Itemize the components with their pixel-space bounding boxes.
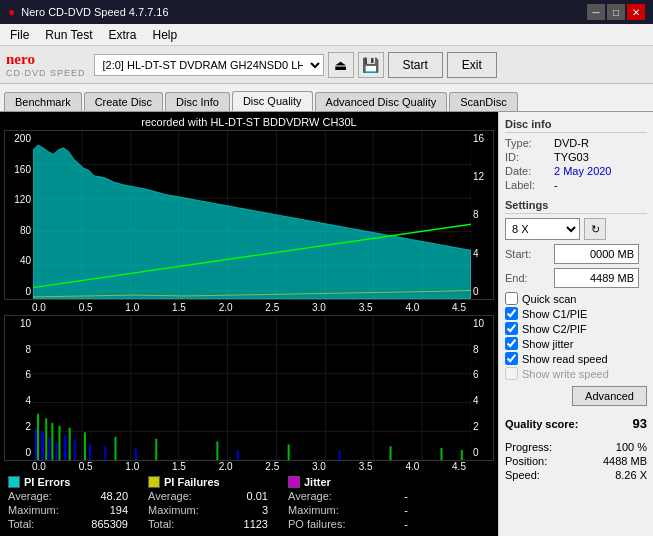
- show-read-checkbox[interactable]: [505, 352, 518, 365]
- jitter-max-label: Maximum:: [288, 504, 339, 516]
- eject-button[interactable]: ⏏: [328, 52, 354, 78]
- svg-rect-50: [288, 444, 290, 460]
- svg-rect-53: [461, 450, 463, 460]
- end-row: End:: [505, 268, 647, 288]
- jitter-avg-label: Average:: [288, 490, 332, 502]
- svg-rect-32: [48, 437, 50, 460]
- lower-chart: 1086420 1086420: [4, 315, 494, 461]
- jitter-color: [288, 476, 300, 488]
- disc-type-row: Type: DVD-R: [505, 137, 647, 149]
- menu-file[interactable]: File: [4, 26, 35, 44]
- progress-label: Progress:: [505, 441, 552, 453]
- tab-scandisc[interactable]: ScanDisc: [449, 92, 517, 111]
- position-row: Position: 4488 MB: [505, 455, 647, 467]
- show-jitter-checkbox[interactable]: [505, 337, 518, 350]
- tab-create-disc[interactable]: Create Disc: [84, 92, 163, 111]
- show-read-row: Show read speed: [505, 352, 647, 365]
- speed-row: 8 X ↻: [505, 218, 647, 240]
- jitter-po-value: -: [348, 518, 408, 530]
- show-jitter-label: Show jitter: [522, 338, 573, 350]
- app-title: Nero CD-DVD Speed 4.7.7.16: [21, 6, 168, 18]
- drive-selector[interactable]: [2:0] HL-DT-ST DVDRAM GH24NSD0 LH00: [94, 54, 324, 76]
- speed-selector[interactable]: 8 X: [505, 218, 580, 240]
- pi-errors-label: PI Errors: [24, 476, 70, 488]
- title-bar-left: ● Nero CD-DVD Speed 4.7.7.16: [8, 5, 169, 19]
- minimize-button[interactable]: ─: [587, 4, 605, 20]
- svg-rect-49: [216, 441, 218, 460]
- start-label: Start:: [505, 248, 550, 260]
- svg-rect-41: [37, 413, 39, 460]
- save-button[interactable]: 💾: [358, 52, 384, 78]
- pi-failures-label: PI Failures: [164, 476, 220, 488]
- end-label: End:: [505, 272, 550, 284]
- svg-rect-43: [51, 423, 53, 460]
- disc-id-label: ID:: [505, 151, 550, 163]
- disc-date-row: Date: 2 May 2020: [505, 165, 647, 177]
- advanced-btn-container: Advanced: [505, 384, 647, 406]
- start-button[interactable]: Start: [388, 52, 443, 78]
- disc-date-label: Date:: [505, 165, 550, 177]
- svg-rect-46: [84, 432, 86, 460]
- pi-failures-color: [148, 476, 160, 488]
- maximize-button[interactable]: □: [607, 4, 625, 20]
- show-jitter-row: Show jitter: [505, 337, 647, 350]
- tab-advanced-disc-quality[interactable]: Advanced Disc Quality: [315, 92, 448, 111]
- pi-failures-avg-value: 0.01: [208, 490, 268, 502]
- show-write-checkbox[interactable]: [505, 367, 518, 380]
- speed-label: Speed:: [505, 469, 540, 481]
- show-c2-checkbox[interactable]: [505, 322, 518, 335]
- show-c2-row: Show C2/PIF: [505, 322, 647, 335]
- end-input[interactable]: [554, 268, 639, 288]
- position-value: 4488 MB: [603, 455, 647, 467]
- disc-date-value: 2 May 2020: [554, 165, 611, 177]
- advanced-button[interactable]: Advanced: [572, 386, 647, 406]
- disc-label-value: -: [554, 179, 558, 191]
- quality-label: Quality score:: [505, 418, 578, 430]
- speed-row-progress: Speed: 8.26 X: [505, 469, 647, 481]
- svg-rect-40: [339, 451, 341, 460]
- start-input[interactable]: 0000 MB: [554, 244, 639, 264]
- svg-rect-38: [135, 448, 137, 460]
- logo-sub: CD·DVD SPEED: [6, 68, 86, 78]
- upper-y-right: 1612840: [471, 131, 493, 299]
- settings-title: Settings: [505, 199, 647, 214]
- pi-errors-max-value: 194: [68, 504, 128, 516]
- legend-jitter: Jitter Average: - Maximum: - PO failures…: [288, 476, 408, 530]
- pi-failures-max-label: Maximum:: [148, 504, 199, 516]
- position-label: Position:: [505, 455, 547, 467]
- speed-value: 8.26 X: [615, 469, 647, 481]
- disc-id-value: TYG03: [554, 151, 589, 163]
- show-write-label: Show write speed: [522, 368, 609, 380]
- pi-errors-total-value: 865309: [68, 518, 128, 530]
- show-c1-checkbox[interactable]: [505, 307, 518, 320]
- right-panel: Disc info Type: DVD-R ID: TYG03 Date: 2 …: [498, 112, 653, 536]
- start-row: Start: 0000 MB: [505, 244, 647, 264]
- legend-pi-failures: PI Failures Average: 0.01 Maximum: 3 Tot…: [148, 476, 268, 530]
- svg-rect-35: [74, 439, 76, 460]
- app-logo: nero CD·DVD SPEED: [6, 51, 86, 78]
- jitter-label: Jitter: [304, 476, 331, 488]
- disc-info-section: Disc info Type: DVD-R ID: TYG03 Date: 2 …: [505, 118, 647, 193]
- menu-run-test[interactable]: Run Test: [39, 26, 98, 44]
- tab-disc-quality[interactable]: Disc Quality: [232, 91, 313, 111]
- exit-button[interactable]: Exit: [447, 52, 497, 78]
- progress-section: Progress: 100 % Position: 4488 MB Speed:…: [505, 441, 647, 481]
- quick-scan-label: Quick scan: [522, 293, 576, 305]
- menu-extra[interactable]: Extra: [102, 26, 142, 44]
- refresh-button[interactable]: ↻: [584, 218, 606, 240]
- close-button[interactable]: ✕: [627, 4, 645, 20]
- svg-rect-37: [104, 446, 106, 460]
- app-icon: ●: [8, 5, 15, 19]
- quick-scan-row: Quick scan: [505, 292, 647, 305]
- show-c1-row: Show C1/PIE: [505, 307, 647, 320]
- tab-disc-info[interactable]: Disc Info: [165, 92, 230, 111]
- disc-id-row: ID: TYG03: [505, 151, 647, 163]
- legend-pi-errors: PI Errors Average: 48.20 Maximum: 194 To…: [8, 476, 128, 530]
- pi-errors-max-label: Maximum:: [8, 504, 59, 516]
- lower-y-right: 1086420: [471, 316, 493, 460]
- menu-help[interactable]: Help: [147, 26, 184, 44]
- chart-area: recorded with HL-DT-ST BDDVDRW CH30L 200…: [0, 112, 498, 536]
- disc-label-label: Label:: [505, 179, 550, 191]
- tab-benchmark[interactable]: Benchmark: [4, 92, 82, 111]
- quick-scan-checkbox[interactable]: [505, 292, 518, 305]
